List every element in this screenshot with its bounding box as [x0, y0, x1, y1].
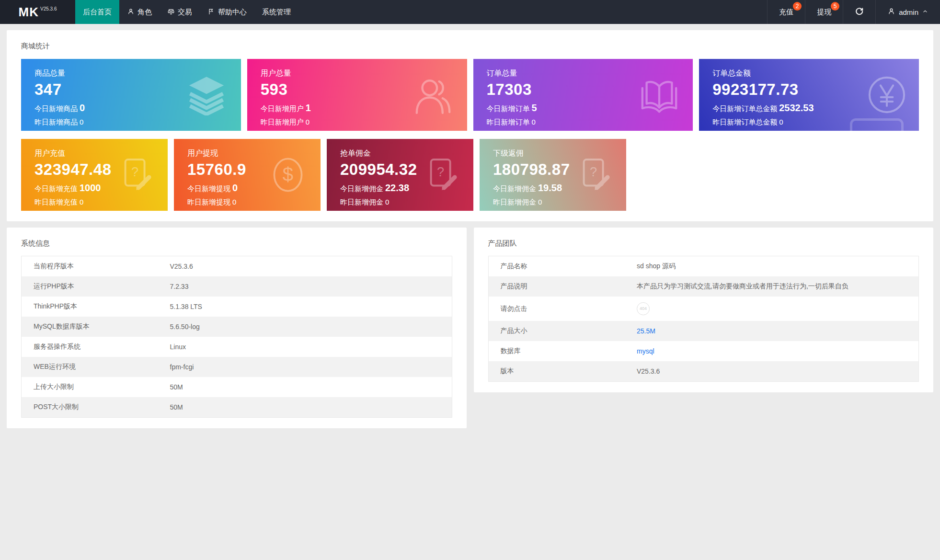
stat-yesterday-label: 昨日新增商品 [34, 118, 78, 126]
nav-item-trade[interactable]: 交易 [160, 0, 200, 24]
row-label: 数据库 [488, 341, 625, 361]
row-value: 50M [158, 397, 452, 418]
table-row: POST大小限制50M [22, 397, 452, 418]
table-row: 版本V25.3.6 [488, 361, 919, 382]
stat-card-sub-rebate: 下级返佣 180798.87 今日新增佣金19.58 昨日新增佣金0 ? [480, 139, 626, 211]
row-value: 7.2.33 [158, 276, 452, 297]
main-menu: 后台首页 角色 交易 帮助中心 系统管理 [75, 0, 298, 24]
stat-yesterday-value: 0 [232, 198, 236, 206]
stat-today-label: 今日新增佣金 [493, 184, 536, 193]
stat-card-products-total: 商品总量 347 今日新增商品0 昨日新增商品0 [21, 59, 241, 131]
stat-today-value: 19.58 [538, 183, 562, 193]
stat-today-value: 1000 [80, 183, 101, 193]
stat-card-user-recharge: 用户充值 323947.48 今日新增充值1000 昨日新增充值0 ? [21, 139, 168, 211]
section-title-product-team: 产品团队 [488, 239, 919, 248]
clipped-card-icon [850, 118, 904, 131]
badge-404[interactable]: 404 [637, 302, 650, 315]
system-info-table: 当前程序版本V25.3.6 运行PHP版本7.2.33 ThinkPHP版本5.… [21, 256, 452, 418]
nav-item-label: 后台首页 [83, 8, 112, 17]
stat-today-label: 今日新增充值 [34, 184, 78, 193]
withdraw-button[interactable]: 提现 5 [805, 0, 843, 24]
row-label: 产品名称 [488, 256, 625, 277]
row-value: 本产品只为学习测试交流,请勿要做商业或者用于违法行为,一切后果自负 [625, 276, 919, 297]
nav-item-label: 系统管理 [262, 8, 291, 17]
stat-today-label: 今日新增提现 [187, 184, 230, 193]
scales-icon [167, 8, 175, 17]
stat-yesterday-value: 0 [306, 118, 310, 126]
product-team-panel: 产品团队 产品名称sd shop 源码 产品说明本产品只为学习测试交流,请勿要做… [474, 228, 934, 392]
stat-yesterday-value: 0 [80, 118, 83, 126]
chevron-up-icon [922, 8, 929, 16]
stat-today-value: 22.38 [385, 183, 409, 193]
stat-card-order-commission: 抢单佣金 209954.32 今日新增佣金22.38 昨日新增佣金0 ? [327, 139, 473, 211]
table-row: 产品大小25.5M [488, 321, 919, 341]
recharge-button[interactable]: 充值 2 [767, 0, 805, 24]
recharge-label: 充值 [779, 8, 793, 17]
doc-question-icon: ? [575, 156, 614, 194]
navbar-spacer [298, 0, 767, 24]
table-row: 运行PHP版本7.2.33 [22, 276, 452, 297]
doc-question-icon: ? [423, 156, 461, 194]
withdraw-label: 提现 [817, 8, 831, 17]
nav-item-roles[interactable]: 角色 [119, 0, 160, 24]
person-icon [127, 8, 135, 17]
stat-today-label: 今日新增佣金 [340, 184, 383, 193]
row-label: WEB运行环境 [22, 357, 158, 377]
navbar-actions: 充值 2 提现 5 admin [767, 0, 940, 24]
stat-today-value: 1 [306, 103, 311, 113]
stat-today-value: 0 [232, 183, 238, 193]
database-link[interactable]: mysql [637, 347, 654, 355]
row-label: 请勿点击 [488, 297, 625, 321]
table-row: ThinkPHP版本5.1.38 LTS [22, 297, 452, 317]
table-row: 产品名称sd shop 源码 [488, 256, 919, 277]
user-icon [887, 7, 895, 17]
table-row: 服务器操作系统Linux [22, 337, 452, 357]
user-menu[interactable]: admin [875, 0, 940, 24]
stat-cards-row-1: 商品总量 347 今日新增商品0 昨日新增商品0 用户总量 593 今日新增用户… [21, 59, 919, 131]
stat-yesterday-value: 0 [80, 198, 83, 206]
nav-item-help-center[interactable]: 帮助中心 [200, 0, 254, 24]
top-navbar: MK V25.3.6 后台首页 角色 交易 帮助中心 系统管理 充值 2 提现 … [0, 0, 940, 24]
row-label: 产品大小 [488, 321, 625, 341]
brand-version: V25.3.6 [40, 6, 57, 11]
nav-item-label: 帮助中心 [218, 8, 247, 17]
table-row: WEB运行环境fpm-fcgi [22, 357, 452, 377]
stat-card-orders-total: 订单总量 17303 今日新增订单5 昨日新增订单0 [473, 59, 693, 131]
row-label: POST大小限制 [22, 397, 158, 418]
nav-item-system-settings[interactable]: 系统管理 [254, 0, 298, 24]
table-row: 产品说明本产品只为学习测试交流,请勿要做商业或者用于违法行为,一切后果自负 [488, 276, 919, 297]
row-label: MySQL数据库版本 [22, 317, 158, 337]
table-row: MySQL数据库版本5.6.50-log [22, 317, 452, 337]
yen-icon [867, 75, 906, 114]
row-label: 服务器操作系统 [22, 337, 158, 357]
nav-item-dashboard[interactable]: 后台首页 [75, 0, 119, 24]
stat-today-value: 2532.53 [779, 103, 814, 113]
stat-yesterday-label: 昨日新增提现 [187, 198, 230, 206]
svg-text:?: ? [437, 164, 444, 179]
stat-yesterday-value: 0 [779, 118, 783, 126]
stat-yesterday-label: 昨日新增佣金 [340, 198, 383, 206]
refresh-button[interactable] [843, 0, 875, 24]
table-row: 上传大小限制50M [22, 377, 452, 397]
stat-today-value: 0 [80, 103, 85, 113]
stat-today-label: 今日新增订单 [487, 104, 530, 113]
stat-yesterday-value: 0 [385, 198, 389, 206]
row-value: V25.3.6 [625, 361, 919, 382]
stat-today-label: 今日新增用户 [261, 104, 304, 113]
stat-today-label: 今日新增商品 [34, 104, 78, 113]
stat-yesterday-label: 昨日新增订单总金额 [712, 118, 777, 126]
brand-logo[interactable]: MK V25.3.6 [0, 0, 75, 24]
product-size-link[interactable]: 25.5M [637, 327, 655, 335]
withdraw-count-badge: 5 [831, 2, 839, 11]
stat-yesterday-label: 昨日新增佣金 [493, 198, 536, 206]
row-value: 5.1.38 LTS [158, 297, 452, 317]
book-icon [638, 74, 680, 116]
mall-stats-panel: 商城统计 商品总量 347 今日新增商品0 昨日新增商品0 用户总量 [7, 30, 933, 221]
stat-card-users-total: 用户总量 593 今日新增用户1 昨日新增用户0 [247, 59, 467, 131]
main-content: 商城统计 商品总量 347 今日新增商品0 昨日新增商品0 用户总量 [0, 24, 940, 434]
stat-today-label: 今日新增订单总金额 [712, 104, 777, 113]
svg-text:$: $ [283, 163, 293, 185]
row-label: 上传大小限制 [22, 377, 158, 397]
refresh-icon [855, 7, 864, 17]
table-row: 请勿点击404 [488, 297, 919, 321]
